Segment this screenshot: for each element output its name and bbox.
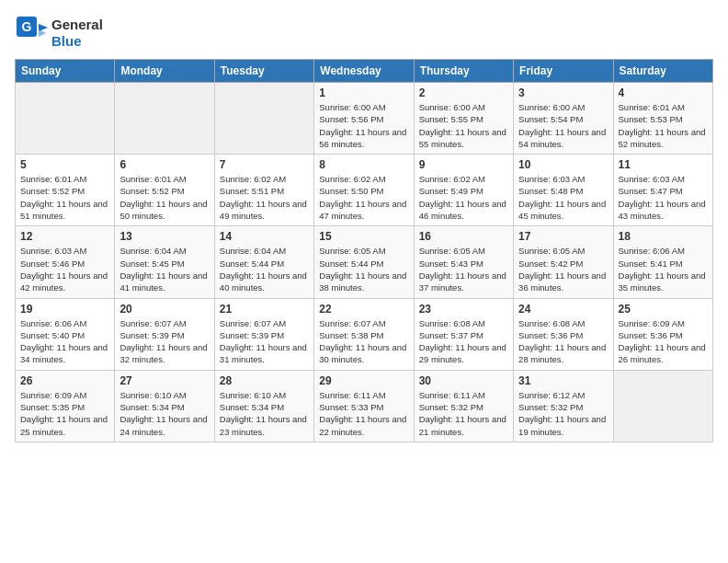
calendar-table: SundayMondayTuesdayWednesdayThursdayFrid… (15, 59, 713, 442)
logo-line1: General (51, 17, 103, 33)
calendar-cell: 23Sunrise: 6:08 AM Sunset: 5:37 PM Dayli… (414, 298, 513, 370)
calendar-cell: 3Sunrise: 6:00 AM Sunset: 5:54 PM Daylig… (514, 83, 613, 155)
calendar-cell: 14Sunrise: 6:04 AM Sunset: 5:44 PM Dayli… (214, 226, 313, 298)
calendar-week-row: 12Sunrise: 6:03 AM Sunset: 5:46 PM Dayli… (16, 226, 713, 298)
day-info: Sunrise: 6:02 AM Sunset: 5:51 PM Dayligh… (220, 173, 309, 222)
day-of-week-header: Monday (115, 60, 214, 83)
day-info: Sunrise: 6:05 AM Sunset: 5:42 PM Dayligh… (518, 245, 608, 293)
svg-text:G: G (22, 19, 32, 34)
day-info: Sunrise: 6:03 AM Sunset: 5:47 PM Dayligh… (619, 173, 708, 222)
page-header: G General Blue (15, 15, 713, 52)
day-info: Sunrise: 6:01 AM Sunset: 5:52 PM Dayligh… (20, 173, 109, 222)
day-info: Sunrise: 6:02 AM Sunset: 5:50 PM Dayligh… (319, 173, 408, 222)
day-number: 18 (619, 230, 708, 243)
day-info: Sunrise: 6:12 AM Sunset: 5:32 PM Dayligh… (518, 389, 608, 438)
day-info: Sunrise: 6:11 AM Sunset: 5:33 PM Dayligh… (319, 389, 408, 438)
calendar-cell: 2Sunrise: 6:00 AM Sunset: 5:55 PM Daylig… (414, 83, 513, 155)
day-info: Sunrise: 6:09 AM Sunset: 5:36 PM Dayligh… (619, 317, 708, 366)
calendar-cell (115, 83, 214, 155)
calendar-week-row: 1Sunrise: 6:00 AM Sunset: 5:56 PM Daylig… (16, 83, 713, 155)
day-info: Sunrise: 6:07 AM Sunset: 5:39 PM Dayligh… (119, 317, 209, 366)
calendar-cell: 1Sunrise: 6:00 AM Sunset: 5:56 PM Daylig… (314, 83, 414, 155)
day-number: 31 (518, 374, 608, 387)
day-info: Sunrise: 6:00 AM Sunset: 5:54 PM Dayligh… (518, 101, 608, 150)
day-number: 30 (419, 374, 508, 387)
day-number: 13 (119, 230, 209, 243)
day-info: Sunrise: 6:00 AM Sunset: 5:55 PM Dayligh… (419, 101, 508, 150)
logo: G General Blue (15, 15, 103, 52)
day-of-week-header: Sunday (16, 60, 115, 83)
day-number: 7 (220, 158, 309, 171)
day-info: Sunrise: 6:07 AM Sunset: 5:38 PM Dayligh… (319, 317, 408, 366)
day-info: Sunrise: 6:10 AM Sunset: 5:34 PM Dayligh… (119, 389, 209, 438)
calendar-cell: 6Sunrise: 6:01 AM Sunset: 5:52 PM Daylig… (115, 155, 214, 226)
logo-icon: G (15, 15, 48, 48)
calendar-cell: 13Sunrise: 6:04 AM Sunset: 5:45 PM Dayli… (115, 226, 214, 298)
calendar-header-row: SundayMondayTuesdayWednesdayThursdayFrid… (16, 60, 713, 83)
day-info: Sunrise: 6:06 AM Sunset: 5:40 PM Dayligh… (20, 317, 109, 366)
day-info: Sunrise: 6:04 AM Sunset: 5:44 PM Dayligh… (220, 245, 309, 293)
calendar-cell (214, 83, 313, 155)
day-info: Sunrise: 6:02 AM Sunset: 5:49 PM Dayligh… (419, 173, 508, 222)
calendar-cell: 31Sunrise: 6:12 AM Sunset: 5:32 PM Dayli… (514, 370, 613, 442)
calendar-cell: 25Sunrise: 6:09 AM Sunset: 5:36 PM Dayli… (613, 298, 712, 370)
calendar-cell: 9Sunrise: 6:02 AM Sunset: 5:49 PM Daylig… (414, 155, 513, 226)
day-number: 20 (119, 303, 209, 316)
calendar-cell: 5Sunrise: 6:01 AM Sunset: 5:52 PM Daylig… (16, 155, 115, 226)
day-number: 15 (319, 230, 408, 243)
svg-marker-3 (39, 29, 46, 37)
calendar-cell: 18Sunrise: 6:06 AM Sunset: 5:41 PM Dayli… (613, 226, 712, 298)
day-info: Sunrise: 6:04 AM Sunset: 5:45 PM Dayligh… (119, 245, 209, 293)
day-number: 11 (619, 158, 708, 171)
day-number: 17 (518, 230, 608, 243)
day-number: 16 (419, 230, 508, 243)
day-of-week-header: Saturday (613, 60, 712, 83)
calendar-cell: 16Sunrise: 6:05 AM Sunset: 5:43 PM Dayli… (414, 226, 513, 298)
day-number: 1 (319, 86, 408, 99)
day-of-week-header: Wednesday (314, 60, 414, 83)
calendar-cell: 24Sunrise: 6:08 AM Sunset: 5:36 PM Dayli… (514, 298, 613, 370)
calendar-cell: 17Sunrise: 6:05 AM Sunset: 5:42 PM Dayli… (514, 226, 613, 298)
calendar-cell: 27Sunrise: 6:10 AM Sunset: 5:34 PM Dayli… (115, 370, 214, 442)
day-info: Sunrise: 6:00 AM Sunset: 5:56 PM Dayligh… (319, 101, 408, 150)
calendar-cell: 30Sunrise: 6:11 AM Sunset: 5:32 PM Dayli… (414, 370, 513, 442)
calendar-cell: 28Sunrise: 6:10 AM Sunset: 5:34 PM Dayli… (214, 370, 313, 442)
day-info: Sunrise: 6:03 AM Sunset: 5:48 PM Dayligh… (518, 173, 608, 222)
day-of-week-header: Thursday (414, 60, 513, 83)
day-number: 19 (20, 303, 109, 316)
day-of-week-header: Friday (514, 60, 613, 83)
calendar-cell: 21Sunrise: 6:07 AM Sunset: 5:39 PM Dayli… (214, 298, 313, 370)
day-number: 6 (119, 158, 209, 171)
day-number: 27 (119, 374, 209, 387)
day-number: 28 (220, 374, 309, 387)
calendar-week-row: 5Sunrise: 6:01 AM Sunset: 5:52 PM Daylig… (16, 155, 713, 226)
day-info: Sunrise: 6:09 AM Sunset: 5:35 PM Dayligh… (20, 389, 109, 438)
day-number: 24 (518, 303, 608, 316)
calendar-cell (16, 83, 115, 155)
calendar-cell (613, 370, 712, 442)
day-info: Sunrise: 6:01 AM Sunset: 5:52 PM Dayligh… (119, 173, 209, 222)
day-info: Sunrise: 6:08 AM Sunset: 5:36 PM Dayligh… (518, 317, 608, 366)
day-number: 26 (20, 374, 109, 387)
day-number: 3 (518, 86, 608, 99)
calendar-cell: 20Sunrise: 6:07 AM Sunset: 5:39 PM Dayli… (115, 298, 214, 370)
calendar-cell: 26Sunrise: 6:09 AM Sunset: 5:35 PM Dayli… (16, 370, 115, 442)
day-number: 4 (619, 86, 708, 99)
calendar-week-row: 26Sunrise: 6:09 AM Sunset: 5:35 PM Dayli… (16, 370, 713, 442)
day-info: Sunrise: 6:08 AM Sunset: 5:37 PM Dayligh… (419, 317, 508, 366)
day-number: 10 (518, 158, 608, 171)
calendar-week-row: 19Sunrise: 6:06 AM Sunset: 5:40 PM Dayli… (16, 298, 713, 370)
day-number: 23 (419, 303, 508, 316)
logo-line2: Blue (51, 33, 103, 50)
calendar-cell: 15Sunrise: 6:05 AM Sunset: 5:44 PM Dayli… (314, 226, 414, 298)
day-info: Sunrise: 6:06 AM Sunset: 5:41 PM Dayligh… (619, 245, 708, 293)
day-info: Sunrise: 6:11 AM Sunset: 5:32 PM Dayligh… (419, 389, 508, 438)
day-number: 9 (419, 158, 508, 171)
day-number: 12 (20, 230, 109, 243)
day-info: Sunrise: 6:10 AM Sunset: 5:34 PM Dayligh… (220, 389, 309, 438)
day-number: 25 (619, 303, 708, 316)
day-number: 2 (419, 86, 508, 99)
calendar-cell: 12Sunrise: 6:03 AM Sunset: 5:46 PM Dayli… (16, 226, 115, 298)
day-info: Sunrise: 6:07 AM Sunset: 5:39 PM Dayligh… (220, 317, 309, 366)
calendar-cell: 19Sunrise: 6:06 AM Sunset: 5:40 PM Dayli… (16, 298, 115, 370)
